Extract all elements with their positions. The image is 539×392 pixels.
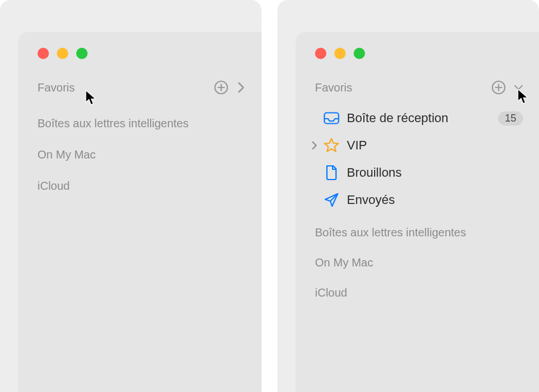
mailbox-label: Brouillons: [347, 165, 523, 180]
minimize-button[interactable]: [334, 48, 346, 59]
favorites-header[interactable]: Favoris: [18, 76, 262, 99]
close-button[interactable]: [38, 48, 49, 59]
mailbox-inbox[interactable]: Boîte de réception 15: [296, 105, 539, 132]
smart-mailboxes-header[interactable]: Boîtes aux lettres intelligentes: [296, 226, 539, 239]
star-icon: [322, 137, 341, 153]
icloud-header[interactable]: iCloud: [18, 180, 262, 193]
sidebar-collapsed-panel: Favoris Boîtes aux lettres intelligentes…: [0, 0, 262, 392]
window-controls: [296, 48, 539, 76]
on-my-mac-header[interactable]: On My Mac: [18, 148, 262, 161]
favorites-label: Favoris: [38, 81, 75, 94]
window-controls: [18, 48, 262, 76]
maximize-button[interactable]: [354, 48, 365, 59]
on-my-mac-header[interactable]: On My Mac: [296, 256, 539, 269]
favorites-list: Boîte de réception 15 VIP Brouillons: [296, 105, 539, 214]
mouse-cursor-icon: [85, 90, 98, 106]
document-icon: [322, 165, 341, 181]
minimize-button[interactable]: [57, 48, 68, 59]
mailbox-drafts[interactable]: Brouillons: [296, 159, 539, 186]
mailbox-vip[interactable]: VIP: [296, 132, 539, 159]
icloud-header[interactable]: iCloud: [296, 286, 539, 299]
smart-mailboxes-header[interactable]: Boîtes aux lettres intelligentes: [18, 117, 262, 130]
disclosure-chevron-icon[interactable]: [307, 141, 322, 150]
mailbox-label: Boîte de réception: [347, 111, 498, 126]
sidebar-expanded-panel: Favoris Boîte de réception 15: [277, 0, 539, 392]
unread-badge: 15: [498, 111, 523, 126]
mailbox-sent[interactable]: Envoyés: [296, 186, 539, 214]
add-favorite-icon[interactable]: [491, 80, 506, 95]
mailbox-label: VIP: [347, 138, 523, 153]
favorites-header[interactable]: Favoris: [296, 76, 539, 99]
chevron-down-icon[interactable]: [514, 81, 523, 94]
inbox-icon: [322, 112, 341, 124]
chevron-right-icon[interactable]: [237, 81, 246, 94]
close-button[interactable]: [315, 48, 326, 59]
favorites-label: Favoris: [315, 81, 353, 94]
paper-plane-icon: [322, 192, 341, 208]
add-favorite-icon[interactable]: [214, 80, 229, 95]
mailbox-label: Envoyés: [347, 193, 523, 207]
maximize-button[interactable]: [76, 48, 88, 59]
